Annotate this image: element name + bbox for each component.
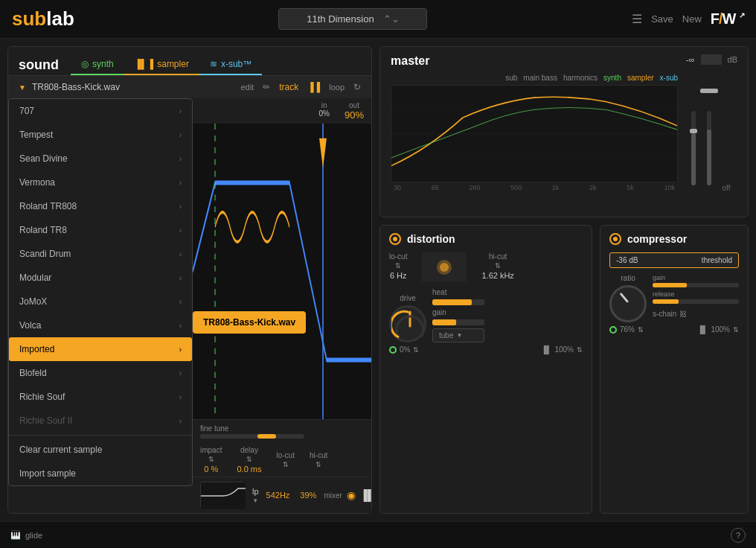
svg-point-11	[440, 263, 449, 272]
comp-status-dot[interactable]	[609, 326, 617, 334]
compressor-power-button[interactable]	[609, 233, 621, 245]
clear-sample-label: Clear current sample	[19, 445, 102, 455]
gain-label: gain	[432, 308, 484, 316]
dropdown-item-vermona-label: Vermona	[19, 177, 55, 188]
tab-xsub[interactable]: ≋ x-sub™	[199, 54, 262, 75]
tab-synth[interactable]: ◎ synth	[71, 54, 124, 75]
channel-sampler: sampler	[627, 74, 654, 82]
dropdown-item-richie2-label: Richie Souf II	[19, 415, 72, 426]
bottom-bar: 🎹 glide ?	[0, 521, 756, 548]
dist-status-dot[interactable]	[389, 346, 397, 354]
file-expand-arrow[interactable]: ▼	[19, 83, 26, 92]
waveform-canvas[interactable]	[193, 124, 371, 419]
dropdown-item-jomox[interactable]: JoMoX ›	[9, 290, 192, 313]
drive-knob[interactable]	[389, 305, 426, 342]
help-button[interactable]: ?	[731, 528, 746, 543]
hicut-arrows[interactable]: ⇅	[315, 461, 321, 468]
dropdown-item-import[interactable]: Import sample	[9, 462, 192, 485]
tube-label: tube	[439, 331, 453, 340]
comp-status-arrows[interactable]: ⇅	[638, 326, 644, 334]
dropdown-item-modular[interactable]: Modular ›	[9, 266, 192, 290]
heat-gain-col: heat gain tube ▼	[432, 288, 484, 342]
fader-fill-1	[691, 133, 696, 185]
dropdown-item-richie[interactable]: Richie Souf ›	[9, 385, 192, 409]
file-actions: edit ✏ track ▐▐ loop ↻	[240, 82, 361, 92]
threshold-label: threshold	[641, 256, 732, 264]
fader-handle-2[interactable]	[700, 89, 718, 93]
locut-arrows[interactable]: ⇅	[283, 461, 289, 468]
dropdown-arrow: ›	[179, 393, 182, 401]
eq-graph[interactable]	[391, 85, 678, 182]
hamburger-icon[interactable]: ☰	[632, 12, 642, 26]
filter-display	[200, 482, 245, 509]
dist-locut-arrows[interactable]: ⇅	[395, 262, 401, 270]
logo-accent: sub	[12, 7, 46, 30]
fader-channel-2	[700, 81, 718, 185]
dropdown-arrow: ›	[179, 203, 182, 211]
comp-release-bar[interactable]	[653, 299, 739, 304]
impact-arrows[interactable]: ⇅	[208, 456, 214, 463]
fader-area: off	[678, 74, 737, 193]
sound-tab-group: ◎ synth ▐▌▐ sampler ≋ x-sub™	[71, 54, 262, 75]
dist-hicut-arrows[interactable]: ⇅	[495, 262, 501, 270]
tube-select[interactable]: tube ▼	[432, 328, 484, 342]
new-button[interactable]: New	[682, 13, 702, 25]
fine-tune-bar[interactable]	[200, 434, 304, 439]
fader-handle-1[interactable]	[690, 129, 697, 133]
import-sample-label: Import sample	[19, 468, 76, 479]
channel-synth: synth	[603, 74, 621, 82]
distortion-header: distortion	[389, 233, 583, 245]
mixer-bars-icon[interactable]: ▐▌	[360, 489, 371, 501]
dropdown-item-scandi[interactable]: Scandi Drum ›	[9, 242, 192, 266]
tab-sampler[interactable]: ▐▌▐ sampler	[124, 54, 199, 75]
heat-bar[interactable]	[432, 299, 484, 305]
dropdown-item-roland8[interactable]: Roland TR8 ›	[9, 218, 192, 242]
dropdown-item-roland808[interactable]: Roland TR808 ›	[9, 194, 192, 218]
dropdown-item-707[interactable]: 707 ›	[9, 99, 192, 123]
dropdown-item-clear[interactable]: Clear current sample	[9, 438, 192, 462]
freq-1k: 1k	[552, 184, 560, 191]
filter-dropdown-icon[interactable]: ▼	[252, 497, 258, 504]
fader-track-1[interactable]	[691, 111, 696, 185]
loop-button[interactable]: loop	[329, 83, 345, 92]
dist-locut-display	[422, 252, 467, 282]
out-label: out	[349, 101, 359, 109]
dropdown-item-vermona[interactable]: Vermona ›	[9, 171, 192, 194]
dropdown-item-tempest[interactable]: Tempest ›	[9, 123, 192, 147]
comp-gain-bar[interactable]	[653, 283, 739, 287]
distortion-title: distortion	[407, 233, 455, 245]
delay-arrows[interactable]: ⇅	[246, 456, 252, 463]
dropdown-item-sean[interactable]: Sean Divine ›	[9, 147, 192, 171]
comp-level-arrows[interactable]: ⇅	[733, 326, 739, 334]
edit-button[interactable]: edit	[240, 83, 254, 92]
track-button[interactable]: track	[279, 82, 298, 92]
gain-bar[interactable]	[432, 319, 484, 325]
dropdown-item-imported-label: Imported	[19, 344, 54, 354]
fader-track-2[interactable]	[707, 111, 711, 185]
dropdown-arrow: ›	[179, 298, 182, 306]
distortion-power-button[interactable]	[389, 233, 401, 245]
glide-label: glide	[25, 531, 42, 540]
save-button[interactable]: Save	[651, 13, 673, 25]
distortion-hicut: hi-cut ⇅ 1.62 kHz	[481, 252, 513, 282]
preset-name: 11th Dimension	[307, 13, 374, 25]
delay-param: delay ⇅ 0.0 ms	[237, 446, 261, 474]
distortion-drive-heat: drive heat	[389, 288, 583, 342]
schain-icon[interactable]: ⛓	[679, 310, 687, 318]
freq-5k: 5k	[627, 184, 634, 191]
dist-status-arrows[interactable]: ⇅	[413, 346, 419, 354]
top-actions: ☰ Save New F/W ↗	[632, 10, 744, 28]
dropdown-item-richie2[interactable]: Richie Souf II ›	[9, 409, 192, 433]
dropdown-arrow: ›	[179, 369, 182, 377]
comp-release-label: release	[653, 290, 739, 298]
preset-selector[interactable]: 11th Dimension ⌃⌄	[278, 8, 427, 30]
ratio-knob[interactable]	[609, 285, 647, 322]
top-bar: sublab 11th Dimension ⌃⌄ ☰ Save New F/W …	[0, 0, 756, 39]
mixer-circle-icon[interactable]: ◉	[347, 489, 356, 501]
dropdown-item-imported[interactable]: Imported ›	[9, 337, 192, 361]
eq-freq-labels: 30 65 260 500 1k 2k 5k 10k	[391, 182, 678, 193]
dist-level-arrows[interactable]: ⇅	[577, 346, 583, 354]
comp-status: 76% ⇅	[609, 325, 644, 334]
dropdown-item-blofeld[interactable]: Blofeld ›	[9, 361, 192, 385]
dropdown-item-volca[interactable]: Volca ›	[9, 313, 192, 337]
